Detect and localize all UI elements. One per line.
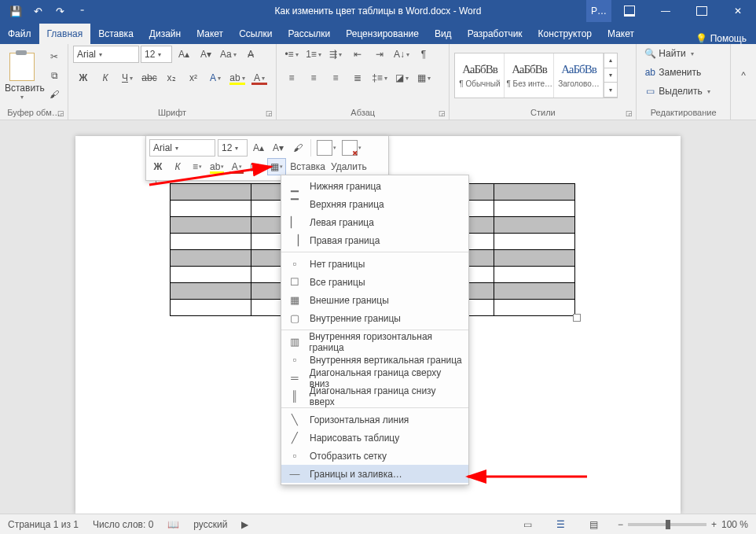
table-cell[interactable] [494,217,575,234]
multilevel-icon[interactable]: ⇶ [325,46,346,63]
tab-references[interactable]: Ссылки [231,24,280,44]
borders-menu-item[interactable]: —Границы и заливка… [281,465,468,483]
borders-menu-item[interactable]: ▫Нет границы [281,255,468,273]
find-button[interactable]: 🔍Найти▾ [644,46,693,61]
italic-icon[interactable]: К [95,69,116,87]
font-color-icon[interactable]: A [249,69,270,87]
paragraph-launcher-icon[interactable]: ◲ [439,109,446,117]
table-resize-handle-icon[interactable] [573,314,581,322]
borders-menu-item[interactable]: ▕Правая граница [281,231,468,249]
zoom-slider[interactable] [628,523,706,526]
table-cell[interactable] [494,184,575,201]
table-cell[interactable] [494,201,575,217]
mini-size-combo[interactable]: 12▾ [218,139,248,157]
highlight-icon[interactable]: ab [227,69,248,87]
borders-menu-item[interactable]: ▦Внешние границы [281,291,468,309]
indent-increase-icon[interactable]: ⇥ [369,46,390,63]
bullets-icon[interactable]: •≡ [281,46,302,63]
tab-review[interactable]: Рецензирование [338,24,427,44]
table-cell[interactable] [171,217,251,234]
zoom-in-icon[interactable]: + [711,519,717,530]
copy-icon[interactable]: ⧉ [44,67,64,84]
borders-menu-item[interactable]: ▁Нижняя граница [281,177,468,195]
style-no-spacing[interactable]: АаБбВв ¶ Без инте… [505,53,554,98]
tab-table-design[interactable]: Конструктор [530,24,600,44]
show-marks-icon[interactable]: ¶ [413,46,434,63]
styles-launcher-icon[interactable]: ◲ [626,109,633,117]
status-macro-icon[interactable]: ▶ [241,519,248,530]
mini-align-icon[interactable]: ≡ [189,159,206,175]
borders-menu-item[interactable]: ▏Левая граница [281,213,468,231]
status-page[interactable]: Страница 1 из 1 [8,519,79,530]
view-web-icon[interactable]: ▤ [585,517,604,532]
table-cell[interactable] [494,300,575,316]
status-proof-icon[interactable]: 📖 [167,519,179,530]
mini-bold-icon[interactable]: Ж [149,159,167,175]
font-name-combo[interactable]: Arial▾ [73,46,139,63]
undo-icon[interactable]: ↶ [28,2,47,20]
indent-decrease-icon[interactable]: ⇤ [347,46,368,63]
styles-more-icon[interactable]: ▾ [604,83,617,98]
format-painter-icon[interactable]: 🖌 [44,86,64,103]
mini-highlight-icon[interactable]: ab [208,159,226,175]
font-launcher-icon[interactable]: ◲ [266,109,273,117]
table-cell[interactable] [171,184,251,201]
mini-insert-label[interactable]: Вставка [288,159,327,175]
shading-icon[interactable]: ◪ [391,69,412,87]
table-cell[interactable] [494,234,575,250]
tab-design[interactable]: Дизайн [141,24,189,44]
select-button[interactable]: ▭Выделить▾ [644,83,710,99]
status-word-count[interactable]: Число слов: 0 [93,519,153,530]
mini-italic-icon[interactable]: К [169,159,186,175]
font-size-combo[interactable]: 12▾ [141,46,172,63]
mini-format-painter-icon[interactable]: 🖌 [289,140,306,156]
ribbon-display-icon[interactable] [611,0,648,22]
table-cell[interactable] [494,283,575,300]
replace-button[interactable]: abЗаменить [644,64,701,80]
styles-gallery[interactable]: АаБбВв ¶ Обычный АаБбВв ¶ Без инте… АаБб… [454,53,618,98]
borders-menu-item[interactable]: ▥Внутренняя горизонтальная граница [281,333,468,351]
clipboard-launcher-icon[interactable]: ◲ [57,109,64,117]
mini-font-combo[interactable]: Arial▾ [149,139,215,157]
tab-home[interactable]: Главная [39,24,91,44]
view-read-icon[interactable]: ▭ [519,517,538,532]
sort-icon[interactable]: A↓ [391,46,412,63]
styles-up-icon[interactable]: ▴ [604,53,617,68]
mini-borders-button[interactable]: ▦ [267,158,286,175]
grow-font-icon[interactable]: A▴ [174,46,194,63]
table-cell[interactable] [171,267,251,283]
table-cell[interactable] [171,234,251,250]
save-icon[interactable]: 💾 [6,2,25,20]
mini-shrink-font-icon[interactable]: A▾ [270,140,287,156]
styles-down-icon[interactable]: ▾ [604,68,617,83]
tell-me[interactable]: 💡 Помощь [686,33,756,44]
bold-icon[interactable]: Ж [73,69,94,87]
borders-menu-item[interactable]: ╲Горизонтальная линия [281,411,468,429]
table-cell[interactable] [494,267,575,283]
table-cell[interactable] [171,250,251,267]
zoom-out-icon[interactable]: − [618,519,623,530]
numbering-icon[interactable]: 1≡ [303,46,324,63]
mini-insert-grid-icon[interactable] [315,140,338,156]
style-heading[interactable]: АаБбВв Заголово… [554,53,604,98]
tab-developer[interactable]: Разработчик [460,24,530,44]
tab-table-layout[interactable]: Макет [600,24,642,44]
redo-icon[interactable]: ↷ [50,2,69,20]
borders-menu-item[interactable]: ▢Внутренние границы [281,309,468,327]
mini-grow-font-icon[interactable]: A▴ [250,140,267,156]
borders-menu-item[interactable]: ▫Отобразить сетку [281,447,468,465]
shrink-font-icon[interactable]: A▾ [196,46,216,63]
mini-delete-grid-icon[interactable] [340,140,363,156]
change-case-icon[interactable]: Aa [218,46,239,63]
underline-icon[interactable]: Ч [117,69,138,87]
qat-more-icon[interactable]: ⁼ [72,2,91,20]
collapse-ribbon-icon[interactable]: ^ [733,67,754,84]
align-left-icon[interactable]: ≡ [281,69,302,87]
paste-button[interactable]: Вставить ▾ [5,51,39,101]
borders-menu-item[interactable]: ║Диагональная граница снизу вверх [281,387,468,405]
status-language[interactable]: русский [193,519,227,530]
table-cell[interactable] [171,201,251,217]
table-cell[interactable] [171,283,251,300]
tab-insert[interactable]: Вставка [90,24,141,44]
align-right-icon[interactable]: ≡ [325,69,346,87]
